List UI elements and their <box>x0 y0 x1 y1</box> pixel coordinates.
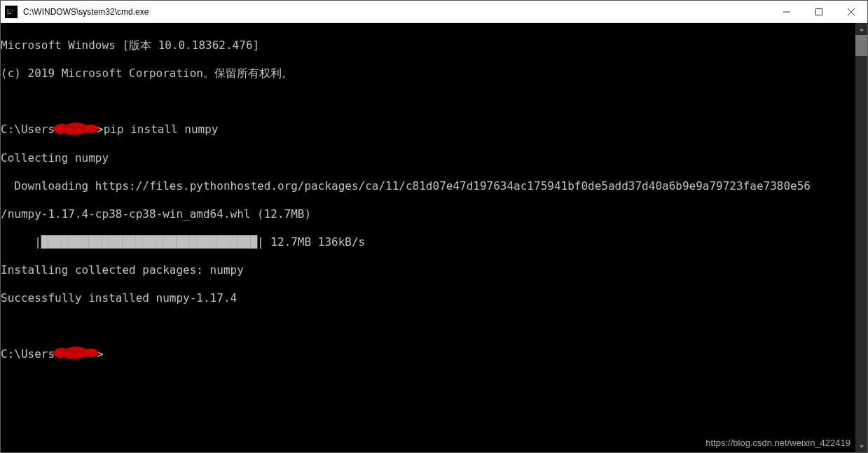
terminal-line: /numpy-1.17.4-cp38-cp38-win_amd64.whl (1… <box>1 207 855 221</box>
terminal-area[interactable]: Microsoft Windows [版本 10.0.18362.476] (c… <box>1 23 867 452</box>
vertical-scrollbar[interactable] <box>855 23 867 452</box>
terminal-line: Collecting numpy <box>1 151 855 165</box>
scroll-up-button[interactable] <box>855 23 867 35</box>
terminal-line <box>1 319 855 333</box>
svg-rect-4 <box>816 8 822 15</box>
window-title: C:\WINDOWS\system32\cmd.exe <box>23 7 771 17</box>
minimize-button[interactable] <box>771 1 803 22</box>
scroll-down-button[interactable] <box>855 440 867 452</box>
scroll-thumb[interactable] <box>855 35 867 56</box>
svg-rect-2 <box>7 13 11 13</box>
cmd-icon: C:\ <box>5 6 18 18</box>
redacted-username <box>55 347 97 361</box>
close-button[interactable] <box>835 1 867 22</box>
progress-line: |████████████████████████████████| 12.7M… <box>1 235 855 249</box>
terminal-line: Microsoft Windows [版本 10.0.18362.476] <box>1 39 855 53</box>
svg-text:C:\: C:\ <box>7 8 13 13</box>
progress-stats: | 12.7MB 136kB/s <box>257 235 365 249</box>
prompt-path-prefix: C:\Users <box>1 123 55 136</box>
terminal-prompt-line: C:\Users> <box>1 347 855 362</box>
terminal-prompt-line: C:\Users>pip install numpy <box>1 123 855 137</box>
scroll-track[interactable] <box>855 35 867 440</box>
cmd-window: C:\ C:\WINDOWS\system32\cmd.exe Microsof… <box>0 0 868 453</box>
maximize-button[interactable] <box>803 1 835 22</box>
terminal-content[interactable]: Microsoft Windows [版本 10.0.18362.476] (c… <box>1 23 855 452</box>
terminal-line <box>1 95 855 109</box>
progress-prefix: | <box>1 235 41 249</box>
terminal-line: Installing collected packages: numpy <box>1 263 855 277</box>
terminal-line: Successfully installed numpy-1.17.4 <box>1 291 855 305</box>
window-controls <box>771 1 867 22</box>
titlebar: C:\ C:\WINDOWS\system32\cmd.exe <box>1 1 867 23</box>
terminal-line: (c) 2019 Microsoft Corporation。保留所有权利。 <box>1 67 855 81</box>
progress-bar: ████████████████████████████████ <box>41 235 257 249</box>
command-text: >pip install numpy <box>97 123 218 136</box>
redacted-username <box>55 123 97 137</box>
prompt-path-prefix: C:\Users <box>1 347 55 361</box>
terminal-line: Downloading https://files.pythonhosted.o… <box>1 179 855 193</box>
